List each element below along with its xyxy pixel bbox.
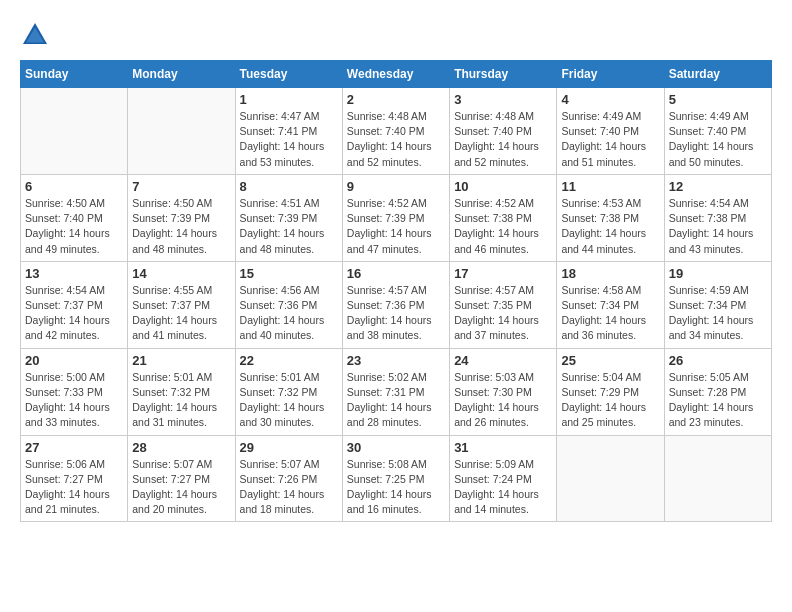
day-number: 4 bbox=[561, 92, 659, 107]
calendar-dow-tuesday: Tuesday bbox=[235, 61, 342, 88]
calendar-cell: 29Sunrise: 5:07 AMSunset: 7:26 PMDayligh… bbox=[235, 435, 342, 522]
day-info: Sunrise: 4:48 AMSunset: 7:40 PMDaylight:… bbox=[454, 109, 552, 170]
day-info: Sunrise: 5:09 AMSunset: 7:24 PMDaylight:… bbox=[454, 457, 552, 518]
day-number: 7 bbox=[132, 179, 230, 194]
day-info: Sunrise: 4:50 AMSunset: 7:39 PMDaylight:… bbox=[132, 196, 230, 257]
day-number: 21 bbox=[132, 353, 230, 368]
day-info: Sunrise: 5:08 AMSunset: 7:25 PMDaylight:… bbox=[347, 457, 445, 518]
day-number: 12 bbox=[669, 179, 767, 194]
day-number: 17 bbox=[454, 266, 552, 281]
day-number: 5 bbox=[669, 92, 767, 107]
day-number: 30 bbox=[347, 440, 445, 455]
calendar-cell: 8Sunrise: 4:51 AMSunset: 7:39 PMDaylight… bbox=[235, 174, 342, 261]
calendar-table: SundayMondayTuesdayWednesdayThursdayFrid… bbox=[20, 60, 772, 522]
day-number: 9 bbox=[347, 179, 445, 194]
day-info: Sunrise: 4:49 AMSunset: 7:40 PMDaylight:… bbox=[561, 109, 659, 170]
day-info: Sunrise: 5:06 AMSunset: 7:27 PMDaylight:… bbox=[25, 457, 123, 518]
calendar-cell bbox=[128, 88, 235, 175]
calendar-cell: 3Sunrise: 4:48 AMSunset: 7:40 PMDaylight… bbox=[450, 88, 557, 175]
calendar-cell: 17Sunrise: 4:57 AMSunset: 7:35 PMDayligh… bbox=[450, 261, 557, 348]
calendar-cell: 27Sunrise: 5:06 AMSunset: 7:27 PMDayligh… bbox=[21, 435, 128, 522]
calendar-cell: 5Sunrise: 4:49 AMSunset: 7:40 PMDaylight… bbox=[664, 88, 771, 175]
day-number: 11 bbox=[561, 179, 659, 194]
calendar-cell bbox=[664, 435, 771, 522]
day-number: 16 bbox=[347, 266, 445, 281]
day-number: 20 bbox=[25, 353, 123, 368]
calendar-cell: 4Sunrise: 4:49 AMSunset: 7:40 PMDaylight… bbox=[557, 88, 664, 175]
calendar-cell: 21Sunrise: 5:01 AMSunset: 7:32 PMDayligh… bbox=[128, 348, 235, 435]
day-info: Sunrise: 5:01 AMSunset: 7:32 PMDaylight:… bbox=[132, 370, 230, 431]
day-info: Sunrise: 4:47 AMSunset: 7:41 PMDaylight:… bbox=[240, 109, 338, 170]
calendar-cell: 14Sunrise: 4:55 AMSunset: 7:37 PMDayligh… bbox=[128, 261, 235, 348]
calendar-cell: 1Sunrise: 4:47 AMSunset: 7:41 PMDaylight… bbox=[235, 88, 342, 175]
day-info: Sunrise: 4:56 AMSunset: 7:36 PMDaylight:… bbox=[240, 283, 338, 344]
calendar-dow-monday: Monday bbox=[128, 61, 235, 88]
calendar-cell: 24Sunrise: 5:03 AMSunset: 7:30 PMDayligh… bbox=[450, 348, 557, 435]
day-info: Sunrise: 5:04 AMSunset: 7:29 PMDaylight:… bbox=[561, 370, 659, 431]
day-number: 25 bbox=[561, 353, 659, 368]
day-info: Sunrise: 4:57 AMSunset: 7:36 PMDaylight:… bbox=[347, 283, 445, 344]
day-number: 28 bbox=[132, 440, 230, 455]
calendar-cell: 28Sunrise: 5:07 AMSunset: 7:27 PMDayligh… bbox=[128, 435, 235, 522]
calendar-dow-sunday: Sunday bbox=[21, 61, 128, 88]
day-number: 27 bbox=[25, 440, 123, 455]
day-number: 23 bbox=[347, 353, 445, 368]
page-header bbox=[20, 20, 772, 50]
day-info: Sunrise: 4:57 AMSunset: 7:35 PMDaylight:… bbox=[454, 283, 552, 344]
calendar-week-4: 20Sunrise: 5:00 AMSunset: 7:33 PMDayligh… bbox=[21, 348, 772, 435]
calendar-cell: 15Sunrise: 4:56 AMSunset: 7:36 PMDayligh… bbox=[235, 261, 342, 348]
day-info: Sunrise: 4:50 AMSunset: 7:40 PMDaylight:… bbox=[25, 196, 123, 257]
calendar-week-5: 27Sunrise: 5:06 AMSunset: 7:27 PMDayligh… bbox=[21, 435, 772, 522]
day-info: Sunrise: 4:55 AMSunset: 7:37 PMDaylight:… bbox=[132, 283, 230, 344]
day-info: Sunrise: 4:54 AMSunset: 7:38 PMDaylight:… bbox=[669, 196, 767, 257]
calendar-cell: 6Sunrise: 4:50 AMSunset: 7:40 PMDaylight… bbox=[21, 174, 128, 261]
calendar-cell: 13Sunrise: 4:54 AMSunset: 7:37 PMDayligh… bbox=[21, 261, 128, 348]
day-info: Sunrise: 4:52 AMSunset: 7:39 PMDaylight:… bbox=[347, 196, 445, 257]
calendar-cell: 23Sunrise: 5:02 AMSunset: 7:31 PMDayligh… bbox=[342, 348, 449, 435]
calendar-cell: 12Sunrise: 4:54 AMSunset: 7:38 PMDayligh… bbox=[664, 174, 771, 261]
calendar-cell: 20Sunrise: 5:00 AMSunset: 7:33 PMDayligh… bbox=[21, 348, 128, 435]
day-number: 10 bbox=[454, 179, 552, 194]
day-info: Sunrise: 5:01 AMSunset: 7:32 PMDaylight:… bbox=[240, 370, 338, 431]
calendar-dow-saturday: Saturday bbox=[664, 61, 771, 88]
calendar-cell: 18Sunrise: 4:58 AMSunset: 7:34 PMDayligh… bbox=[557, 261, 664, 348]
calendar-cell: 10Sunrise: 4:52 AMSunset: 7:38 PMDayligh… bbox=[450, 174, 557, 261]
day-number: 1 bbox=[240, 92, 338, 107]
calendar-cell: 9Sunrise: 4:52 AMSunset: 7:39 PMDaylight… bbox=[342, 174, 449, 261]
day-info: Sunrise: 4:52 AMSunset: 7:38 PMDaylight:… bbox=[454, 196, 552, 257]
calendar-cell: 26Sunrise: 5:05 AMSunset: 7:28 PMDayligh… bbox=[664, 348, 771, 435]
calendar-cell: 2Sunrise: 4:48 AMSunset: 7:40 PMDaylight… bbox=[342, 88, 449, 175]
day-info: Sunrise: 4:58 AMSunset: 7:34 PMDaylight:… bbox=[561, 283, 659, 344]
calendar-week-1: 1Sunrise: 4:47 AMSunset: 7:41 PMDaylight… bbox=[21, 88, 772, 175]
day-number: 24 bbox=[454, 353, 552, 368]
day-number: 22 bbox=[240, 353, 338, 368]
day-info: Sunrise: 5:02 AMSunset: 7:31 PMDaylight:… bbox=[347, 370, 445, 431]
calendar-cell bbox=[21, 88, 128, 175]
day-number: 15 bbox=[240, 266, 338, 281]
logo bbox=[20, 20, 54, 50]
day-number: 19 bbox=[669, 266, 767, 281]
calendar-cell: 25Sunrise: 5:04 AMSunset: 7:29 PMDayligh… bbox=[557, 348, 664, 435]
day-number: 8 bbox=[240, 179, 338, 194]
calendar-cell: 31Sunrise: 5:09 AMSunset: 7:24 PMDayligh… bbox=[450, 435, 557, 522]
day-number: 13 bbox=[25, 266, 123, 281]
calendar-cell: 19Sunrise: 4:59 AMSunset: 7:34 PMDayligh… bbox=[664, 261, 771, 348]
day-info: Sunrise: 5:07 AMSunset: 7:27 PMDaylight:… bbox=[132, 457, 230, 518]
calendar-cell bbox=[557, 435, 664, 522]
day-info: Sunrise: 5:05 AMSunset: 7:28 PMDaylight:… bbox=[669, 370, 767, 431]
day-info: Sunrise: 4:59 AMSunset: 7:34 PMDaylight:… bbox=[669, 283, 767, 344]
calendar-cell: 30Sunrise: 5:08 AMSunset: 7:25 PMDayligh… bbox=[342, 435, 449, 522]
day-number: 2 bbox=[347, 92, 445, 107]
calendar-dow-friday: Friday bbox=[557, 61, 664, 88]
day-info: Sunrise: 4:51 AMSunset: 7:39 PMDaylight:… bbox=[240, 196, 338, 257]
calendar-cell: 11Sunrise: 4:53 AMSunset: 7:38 PMDayligh… bbox=[557, 174, 664, 261]
day-info: Sunrise: 4:49 AMSunset: 7:40 PMDaylight:… bbox=[669, 109, 767, 170]
day-number: 18 bbox=[561, 266, 659, 281]
day-number: 29 bbox=[240, 440, 338, 455]
calendar-week-2: 6Sunrise: 4:50 AMSunset: 7:40 PMDaylight… bbox=[21, 174, 772, 261]
calendar-cell: 22Sunrise: 5:01 AMSunset: 7:32 PMDayligh… bbox=[235, 348, 342, 435]
day-number: 6 bbox=[25, 179, 123, 194]
calendar-dow-thursday: Thursday bbox=[450, 61, 557, 88]
calendar-header-row: SundayMondayTuesdayWednesdayThursdayFrid… bbox=[21, 61, 772, 88]
day-info: Sunrise: 5:03 AMSunset: 7:30 PMDaylight:… bbox=[454, 370, 552, 431]
